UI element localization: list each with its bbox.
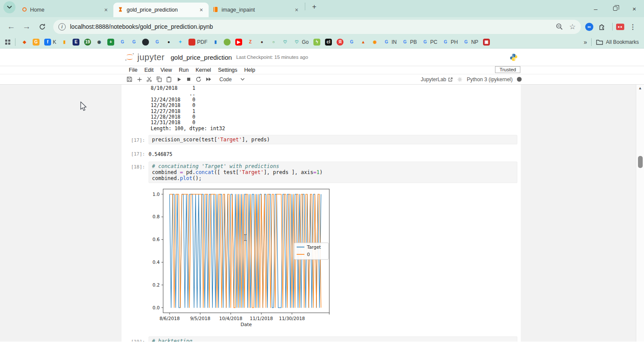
bookmark-green-ring[interactable]: ○ bbox=[269, 38, 278, 46]
bookmark-yandex[interactable]: Я bbox=[336, 38, 344, 46]
browser-tab-image-inpaint[interactable]: image_inpaint× bbox=[209, 3, 304, 17]
code-cell[interactable]: [19]:# backtesting def predict(train, te… bbox=[122, 336, 517, 342]
chevron-down-icon bbox=[240, 78, 245, 81]
trusted-badge[interactable]: Trusted bbox=[495, 66, 520, 73]
bookmark-teal-heart[interactable]: ♡ bbox=[281, 38, 289, 46]
bookmark-matlab[interactable]: ▲ bbox=[359, 38, 368, 46]
bookmark-google-2[interactable]: G bbox=[130, 38, 138, 46]
code-cell[interactable]: [17]:precision_score(test['Target'], pre… bbox=[122, 135, 517, 144]
minimize-button[interactable]: – bbox=[586, 0, 605, 17]
cell-type-dropdown[interactable]: Code bbox=[219, 76, 245, 82]
menu-help[interactable]: Help bbox=[241, 67, 259, 73]
forward-button[interactable]: → bbox=[20, 20, 33, 34]
tab-title: gold_price_prediction bbox=[127, 7, 195, 13]
bookmark-g-ph[interactable]: GPH bbox=[441, 38, 459, 46]
close-button[interactable]: × bbox=[625, 0, 644, 17]
bookmarks-separator bbox=[15, 38, 15, 46]
menu-kernel[interactable]: Kernel bbox=[192, 67, 215, 73]
zoom-out-icon[interactable] bbox=[556, 23, 563, 31]
bookmark-cl[interactable]: cl bbox=[324, 38, 333, 46]
menu-edit[interactable]: Edit bbox=[141, 67, 157, 73]
browser-tab-gold-price-prediction[interactable]: gold_price_prediction× bbox=[113, 3, 209, 17]
insert-cell-button[interactable] bbox=[134, 75, 144, 84]
settings-gear-icon[interactable] bbox=[457, 77, 462, 82]
restart-kernel-button[interactable] bbox=[194, 75, 204, 84]
back-button[interactable]: ← bbox=[4, 20, 18, 34]
bookmark-green-19[interactable]: 19 bbox=[83, 38, 92, 46]
bookmark-eee[interactable]: E bbox=[72, 38, 80, 46]
bookmark-g-np[interactable]: GNP bbox=[462, 38, 479, 46]
bookmark-green-cross[interactable]: + bbox=[106, 38, 115, 46]
tab-search-button[interactable] bbox=[3, 1, 15, 13]
all-bookmarks-button[interactable]: All Bookmarks bbox=[606, 39, 639, 45]
apps-grid-icon[interactable] bbox=[5, 40, 10, 45]
bookmark-facebook[interactable]: fK bbox=[43, 38, 57, 46]
bookmark-g-pb[interactable]: GPB bbox=[401, 38, 418, 46]
interrupt-kernel-button[interactable] bbox=[184, 75, 194, 84]
bookmark-z-logo[interactable]: Z bbox=[246, 38, 255, 46]
jupyter-logo[interactable]: jupyter bbox=[125, 52, 165, 63]
menu-settings[interactable]: Settings bbox=[215, 67, 241, 73]
bookmark-star-icon[interactable]: ☆ bbox=[569, 22, 576, 31]
menu-file[interactable]: File bbox=[125, 67, 141, 73]
menu-run[interactable]: Run bbox=[176, 67, 192, 73]
cell-editor[interactable]: # backtesting def predict(train, test, p… bbox=[149, 336, 517, 342]
run-cell-button[interactable] bbox=[174, 75, 184, 84]
bookmark-orange-box[interactable]: G bbox=[32, 38, 40, 46]
restart-icon bbox=[195, 76, 202, 82]
cell-editor[interactable]: # concatinating 'Target' with prediction… bbox=[149, 162, 517, 183]
tab-close-button[interactable]: × bbox=[198, 6, 204, 13]
extension-red-icon[interactable]: ●● bbox=[616, 24, 624, 30]
save-button[interactable] bbox=[125, 75, 134, 84]
bookmark-blue-bird[interactable]: ✦ bbox=[176, 38, 185, 46]
blue-bars-icon: ▮ bbox=[212, 39, 219, 46]
url-text[interactable]: localhost:8888/notebooks/gold_price_pred… bbox=[70, 23, 551, 30]
cut-cell-button[interactable] bbox=[144, 75, 154, 84]
bookmark-g-in[interactable]: GIN bbox=[382, 38, 398, 46]
google-1-icon: G bbox=[119, 39, 126, 46]
tab-close-button[interactable]: × bbox=[103, 6, 109, 13]
menu-view[interactable]: View bbox=[157, 67, 176, 73]
code-cell[interactable]: [18]:# concatinating 'Target' with predi… bbox=[122, 162, 517, 183]
bookmark-g-pc[interactable]: GPC bbox=[421, 38, 438, 46]
bookmark-xnview[interactable]: ◉ bbox=[371, 38, 379, 46]
bookmark-lightning[interactable]: ϟ bbox=[313, 38, 321, 46]
bookmark-red-app[interactable]: ▣ bbox=[482, 38, 491, 46]
bookmark-google-1[interactable]: G bbox=[118, 38, 127, 46]
scrollbar-up-arrow[interactable]: ▲ bbox=[636, 86, 644, 90]
bookmark-youtube[interactable]: ▶ bbox=[234, 38, 243, 46]
bookmark-android[interactable] bbox=[223, 38, 231, 46]
reload-button[interactable] bbox=[35, 20, 49, 34]
bookmark-dark-oval[interactable]: ● bbox=[258, 38, 266, 46]
bookmark-pdf[interactable]: PDF bbox=[188, 38, 208, 46]
bookmarks-overflow-button[interactable]: » bbox=[584, 39, 587, 46]
bookmark-label: NP bbox=[471, 39, 478, 45]
bookmark-kite[interactable]: ◆ bbox=[20, 38, 29, 46]
bookmark-globe[interactable]: ◉ bbox=[95, 38, 103, 46]
scrollbar[interactable]: ▲ bbox=[636, 85, 644, 342]
browser-tab-Home[interactable]: Home× bbox=[18, 3, 113, 17]
address-bar[interactable]: i localhost:8888/notebooks/gold_price_pr… bbox=[53, 20, 581, 34]
jupyterlab-link[interactable]: JupyterLab bbox=[421, 76, 453, 82]
bookmark-blue-bars[interactable]: ▮ bbox=[211, 38, 220, 46]
bookmark-godaddy[interactable]: ♡Go bbox=[292, 38, 310, 46]
bookmark-google-4[interactable]: G bbox=[347, 38, 356, 46]
restart-run-all-button[interactable] bbox=[204, 75, 213, 84]
extensions-puzzle-icon[interactable] bbox=[595, 20, 609, 34]
paste-cell-button[interactable] bbox=[164, 75, 174, 84]
new-tab-button[interactable]: + bbox=[309, 1, 320, 12]
copy-cell-button[interactable] bbox=[154, 75, 164, 84]
bookmark-dark-circle[interactable]: ● bbox=[164, 38, 173, 46]
restore-button[interactable] bbox=[605, 0, 625, 17]
bookmark-bar-chart[interactable]: ▮ bbox=[60, 38, 69, 46]
notebook-title[interactable]: gold_price_prediction bbox=[171, 54, 232, 61]
extension-infinity-icon[interactable]: ∞ bbox=[585, 23, 593, 31]
scrollbar-thumb[interactable] bbox=[638, 156, 643, 168]
site-info-icon[interactable]: i bbox=[58, 23, 66, 31]
bookmark-google-3[interactable]: G bbox=[153, 38, 161, 46]
cell-editor[interactable]: precision_score(test['Target'], preds) bbox=[149, 135, 517, 144]
kernel-name[interactable]: Python 3 (ipykernel) bbox=[467, 76, 513, 82]
bookmark-github[interactable] bbox=[141, 38, 150, 46]
tab-close-button[interactable]: × bbox=[294, 6, 300, 13]
browser-menu-button[interactable]: ⋮ bbox=[626, 20, 640, 34]
